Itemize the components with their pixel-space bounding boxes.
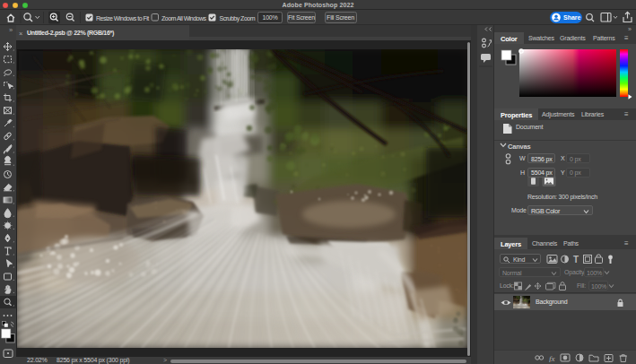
svg-text:Share: Share [563, 14, 581, 21]
svg-text:fx: fx [549, 354, 555, 363]
svg-text:»: » [9, 26, 13, 34]
svg-text:T: T [573, 255, 579, 264]
